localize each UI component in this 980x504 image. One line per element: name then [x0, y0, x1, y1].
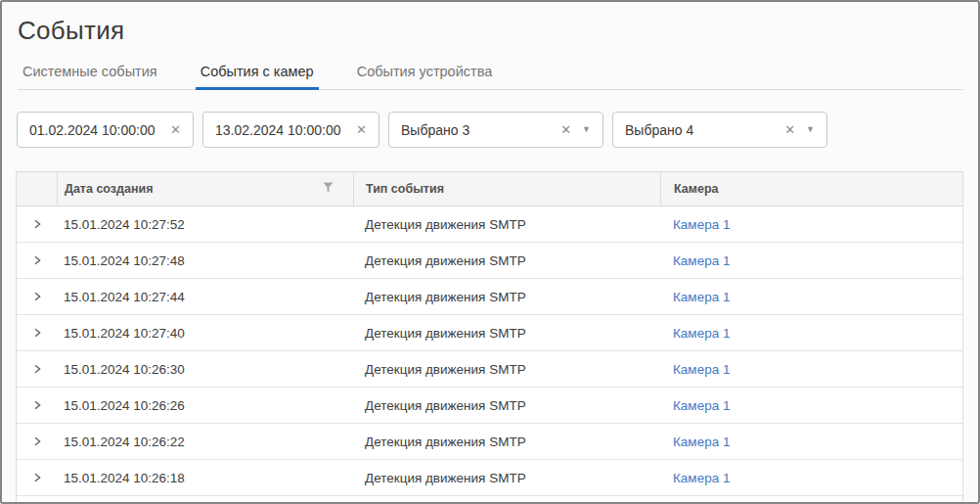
event-date: 15.01.2024 10:26:18: [57, 471, 353, 485]
camera-link[interactable]: Камера 1: [673, 398, 730, 413]
filter-funnel-icon[interactable]: [323, 182, 334, 196]
camera-column-label: Камера: [674, 182, 719, 196]
camera-link[interactable]: Камера 1: [673, 326, 730, 341]
event-type: Детекция движения SMTP: [353, 398, 660, 413]
clear-icon[interactable]: ✕: [784, 123, 795, 136]
date-to-input[interactable]: 13.02.2024 10:00:00 ✕: [202, 112, 379, 148]
table-row-partial: [17, 496, 962, 504]
tab-camera-events[interactable]: События с камер: [196, 64, 319, 89]
table-row[interactable]: 15.01.2024 10:27:52 Детекция движения SM…: [17, 206, 962, 243]
type-column-label: Тип события: [366, 182, 444, 196]
camera-column-header: Камера: [660, 172, 962, 206]
chevron-right-icon[interactable]: [31, 254, 43, 266]
camera-link[interactable]: Камера 1: [673, 217, 730, 232]
event-camera: Камера 1: [660, 398, 962, 413]
event-type-select[interactable]: Выбрано 3 ✕ ▼: [388, 112, 603, 148]
expand-cell: [17, 399, 57, 411]
event-camera: Камера 1: [660, 326, 962, 341]
page-title: События: [18, 16, 978, 46]
expand-cell: [17, 435, 57, 447]
event-camera: Камера 1: [660, 290, 962, 304]
type-column-header: Тип события: [353, 172, 660, 206]
camera-link[interactable]: Камера 1: [673, 471, 730, 485]
camera-link[interactable]: Камера 1: [673, 290, 730, 304]
event-camera: Камера 1: [660, 217, 962, 232]
expand-column-header: [17, 172, 57, 206]
table-body: 15.01.2024 10:27:52 Детекция движения SM…: [17, 206, 962, 496]
event-type: Детекция движения SMTP: [353, 290, 660, 304]
table-row[interactable]: 15.01.2024 10:27:44 Детекция движения SM…: [17, 279, 962, 315]
event-type: Детекция движения SMTP: [353, 471, 660, 485]
tab-device-events[interactable]: События устройства: [352, 64, 498, 89]
tabs-bar: Системные события События с камер Событи…: [18, 64, 963, 90]
table-row[interactable]: 15.01.2024 10:26:22 Детекция движения SM…: [17, 424, 962, 460]
events-table: Дата создания Тип события Камера 15.01.2…: [16, 171, 963, 504]
event-date: 15.01.2024 10:26:26: [57, 398, 353, 413]
tab-system-events[interactable]: Системные события: [18, 64, 162, 89]
expand-cell: [17, 218, 57, 230]
event-camera: Камера 1: [660, 435, 962, 449]
camera-link[interactable]: Камера 1: [673, 253, 730, 268]
event-camera: Камера 1: [660, 253, 962, 268]
camera-link[interactable]: Камера 1: [673, 435, 730, 449]
date-from-value[interactable]: 01.02.2024 10:00:00: [29, 122, 162, 138]
chevron-right-icon[interactable]: [31, 327, 43, 339]
event-camera: Камера 1: [660, 362, 962, 377]
event-date: 15.01.2024 10:27:40: [57, 326, 353, 341]
chevron-right-icon[interactable]: [31, 218, 43, 230]
chevron-right-icon[interactable]: [31, 472, 43, 483]
event-type-select-value: Выбрано 3: [401, 122, 553, 138]
events-page: События Системные события События с каме…: [0, 0, 980, 504]
event-type: Детекция движения SMTP: [353, 253, 660, 268]
table-row[interactable]: 15.01.2024 10:27:40 Детекция движения SM…: [17, 315, 962, 351]
event-camera: Камера 1: [660, 471, 962, 485]
chevron-down-icon[interactable]: ▼: [582, 125, 591, 134]
date-column-label: Дата создания: [65, 182, 153, 196]
date-column-header: Дата создания: [57, 172, 353, 206]
expand-cell: [17, 254, 57, 266]
clear-icon[interactable]: ✕: [560, 123, 571, 136]
chevron-right-icon[interactable]: [31, 399, 43, 411]
table-header: Дата создания Тип события Камера: [17, 172, 962, 206]
camera-select[interactable]: Выбрано 4 ✕ ▼: [612, 112, 827, 148]
expand-cell: [17, 472, 57, 483]
event-date: 15.01.2024 10:26:30: [57, 362, 353, 377]
table-row[interactable]: 15.01.2024 10:27:48 Детекция движения SM…: [17, 243, 962, 279]
event-date: 15.01.2024 10:27:48: [57, 253, 353, 268]
table-row[interactable]: 15.01.2024 10:26:26 Детекция движения SM…: [17, 388, 962, 424]
event-date: 15.01.2024 10:27:52: [57, 217, 353, 232]
camera-link[interactable]: Камера 1: [673, 362, 730, 377]
filters-bar: 01.02.2024 10:00:00 ✕ 13.02.2024 10:00:0…: [17, 112, 978, 148]
clear-icon[interactable]: ✕: [170, 123, 181, 136]
expand-cell: [17, 291, 57, 302]
date-to-value[interactable]: 13.02.2024 10:00:00: [215, 122, 348, 138]
event-type: Детекция движения SMTP: [353, 326, 660, 341]
expand-cell: [17, 363, 57, 375]
event-date: 15.01.2024 10:27:44: [57, 290, 353, 304]
chevron-right-icon[interactable]: [31, 435, 43, 447]
clear-icon[interactable]: ✕: [356, 123, 367, 136]
table-row[interactable]: 15.01.2024 10:26:18 Детекция движения SM…: [17, 460, 962, 496]
chevron-right-icon[interactable]: [31, 291, 43, 302]
event-type: Детекция движения SMTP: [353, 217, 660, 232]
event-date: 15.01.2024 10:26:22: [57, 435, 353, 449]
chevron-right-icon[interactable]: [31, 363, 43, 375]
date-from-input[interactable]: 01.02.2024 10:00:00 ✕: [17, 112, 194, 148]
table-row[interactable]: 15.01.2024 10:26:30 Детекция движения SM…: [17, 351, 962, 388]
event-type: Детекция движения SMTP: [353, 362, 660, 377]
event-type: Детекция движения SMTP: [353, 435, 660, 449]
camera-select-value: Выбрано 4: [625, 122, 777, 138]
chevron-down-icon[interactable]: ▼: [806, 125, 815, 134]
expand-cell: [17, 327, 57, 339]
